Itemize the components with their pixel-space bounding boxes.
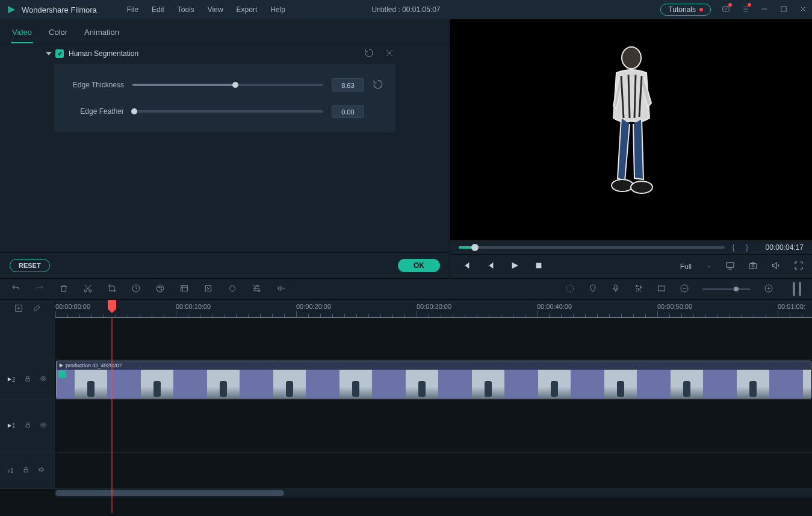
edge-feather-value[interactable]: 0.00 bbox=[332, 105, 364, 118]
tab-color[interactable]: Color bbox=[48, 24, 69, 43]
menu-help[interactable]: Help bbox=[264, 3, 291, 16]
menu-export[interactable]: Export bbox=[231, 3, 264, 16]
step-forward-button[interactable] bbox=[486, 261, 495, 272]
svg-point-20 bbox=[258, 290, 260, 291]
timeline-ruler[interactable]: 00:00:00:0000:00:10:0000:00:20:0000:00:3… bbox=[55, 300, 812, 318]
lock-icon[interactable] bbox=[22, 466, 29, 475]
edge-thickness-reset-icon[interactable] bbox=[373, 79, 383, 92]
zoom-slider[interactable] bbox=[702, 288, 751, 290]
zoom-fit-icon[interactable] bbox=[793, 282, 801, 296]
track-label: 2 bbox=[7, 376, 16, 383]
collapse-caret-icon bbox=[46, 52, 52, 55]
svg-point-23 bbox=[636, 285, 637, 287]
display-icon[interactable] bbox=[725, 261, 735, 272]
app-title: Wondershare Filmora bbox=[22, 5, 97, 14]
close-button[interactable] bbox=[799, 5, 807, 15]
playhead-line bbox=[112, 318, 113, 513]
eye-icon[interactable] bbox=[40, 421, 47, 431]
edge-thickness-value[interactable]: 8.63 bbox=[332, 78, 364, 92]
maximize-button[interactable] bbox=[779, 5, 788, 15]
zoom-out-icon[interactable] bbox=[680, 284, 689, 295]
svg-point-19 bbox=[255, 287, 256, 289]
ok-button[interactable]: OK bbox=[398, 259, 440, 272]
edge-feather-slider[interactable] bbox=[132, 110, 323, 113]
tutorials-button[interactable]: Tutorials bbox=[660, 4, 711, 16]
preview-scrubber[interactable] bbox=[459, 246, 725, 249]
crop-icon[interactable] bbox=[107, 284, 117, 295]
effect-close-icon[interactable] bbox=[385, 48, 394, 60]
message-icon[interactable] bbox=[722, 5, 730, 15]
track-label: 1 bbox=[7, 423, 16, 429]
render-icon[interactable] bbox=[565, 284, 575, 295]
svg-rect-6 bbox=[727, 263, 734, 268]
play-button[interactable] bbox=[510, 261, 519, 272]
color-icon[interactable] bbox=[155, 284, 165, 295]
add-track-icon[interactable] bbox=[14, 303, 23, 315]
clip-name: production ID_4929207 bbox=[66, 362, 122, 368]
stop-button[interactable] bbox=[535, 261, 543, 272]
svg-rect-30 bbox=[26, 379, 29, 382]
record-icon[interactable] bbox=[611, 284, 621, 295]
link-icon[interactable] bbox=[33, 303, 41, 315]
preview-quality-select[interactable]: Full bbox=[680, 262, 712, 272]
effect-body: Edge Thickness 8.63 Edge Feather 0.00 bbox=[54, 64, 395, 132]
notification-dot-icon bbox=[699, 8, 703, 11]
video-preview bbox=[450, 19, 812, 240]
effect-reset-icon[interactable] bbox=[364, 48, 374, 60]
zoom-in-icon[interactable] bbox=[764, 284, 773, 295]
effect-enable-checkbox[interactable] bbox=[55, 49, 64, 58]
svg-rect-26 bbox=[659, 286, 665, 291]
svg-point-8 bbox=[752, 265, 754, 267]
speaker-icon[interactable] bbox=[38, 466, 45, 475]
menu-edit[interactable]: Edit bbox=[146, 3, 170, 16]
tab-animation[interactable]: Animation bbox=[83, 24, 120, 43]
menu-view[interactable]: View bbox=[202, 3, 229, 16]
ruler-label: 00:00:10:00 bbox=[176, 303, 211, 310]
aspect-icon[interactable] bbox=[657, 284, 666, 295]
preview-person-cutout bbox=[598, 40, 665, 220]
step-back-button[interactable] bbox=[462, 261, 471, 272]
list-icon[interactable] bbox=[741, 5, 749, 15]
speed-icon[interactable] bbox=[131, 284, 141, 295]
ruler-label: 00:01:00: bbox=[778, 303, 805, 310]
lock-icon[interactable] bbox=[24, 421, 31, 431]
svg-rect-1 bbox=[781, 6, 786, 11]
undo-icon[interactable] bbox=[11, 284, 20, 295]
cut-icon[interactable] bbox=[83, 284, 93, 295]
edge-thickness-slider[interactable] bbox=[132, 84, 323, 86]
effect-header[interactable]: Human Segmentation bbox=[0, 43, 450, 64]
audio-wave-icon[interactable] bbox=[276, 284, 285, 295]
preview-time: 00:00:04:17 bbox=[755, 243, 804, 252]
keyframe-icon[interactable] bbox=[228, 284, 237, 295]
eye-icon[interactable] bbox=[40, 375, 47, 384]
svg-rect-34 bbox=[24, 470, 28, 473]
marker-icon[interactable] bbox=[588, 284, 598, 295]
green-screen-icon[interactable] bbox=[179, 284, 189, 295]
svg-point-3 bbox=[612, 179, 633, 191]
reset-button[interactable]: RESET bbox=[10, 259, 50, 272]
redo-icon[interactable] bbox=[35, 284, 45, 295]
svg-point-12 bbox=[157, 285, 164, 292]
fullscreen-icon[interactable] bbox=[794, 261, 804, 272]
svg-point-2 bbox=[622, 47, 641, 69]
edge-thickness-label: Edge Thickness bbox=[66, 81, 124, 89]
ruler-label: 00:00:20:00 bbox=[296, 303, 331, 310]
volume-icon[interactable] bbox=[771, 261, 781, 272]
detach-icon[interactable] bbox=[203, 284, 213, 295]
minimize-button[interactable] bbox=[760, 5, 769, 15]
svg-point-4 bbox=[631, 181, 652, 193]
menu-tools[interactable]: Tools bbox=[172, 3, 200, 16]
svg-point-33 bbox=[42, 424, 44, 426]
snapshot-icon[interactable] bbox=[748, 261, 758, 272]
lock-icon[interactable] bbox=[24, 375, 31, 384]
adjust-icon[interactable] bbox=[252, 284, 261, 295]
video-clip[interactable]: production ID_4929207 bbox=[56, 361, 811, 399]
timeline-scrollbar[interactable] bbox=[55, 489, 812, 497]
mixer-icon[interactable] bbox=[634, 284, 643, 295]
quality-label: Full bbox=[680, 263, 692, 271]
tab-video[interactable]: Video bbox=[11, 24, 33, 43]
playhead-icon[interactable] bbox=[108, 300, 116, 309]
svg-rect-7 bbox=[749, 264, 757, 269]
delete-icon[interactable] bbox=[59, 284, 69, 295]
menu-file[interactable]: File bbox=[121, 3, 144, 16]
